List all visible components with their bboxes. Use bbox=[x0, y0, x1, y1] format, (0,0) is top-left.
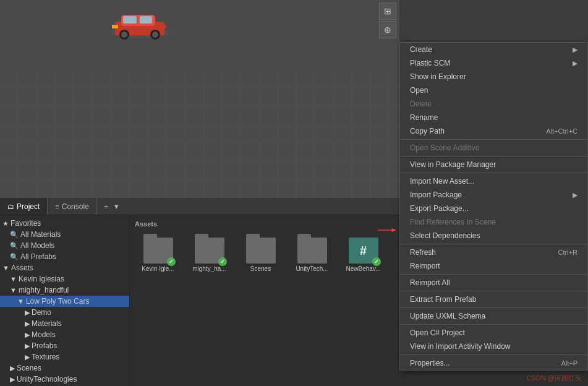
context-menu-item-label: Delete bbox=[410, 100, 432, 108]
tree-item-all-prefabs[interactable]: 🔍All Prefabs bbox=[0, 251, 129, 262]
file-item[interactable]: #✓NewBehav... bbox=[340, 235, 386, 275]
context-menu-item-refresh[interactable]: RefreshCtrl+R bbox=[400, 246, 587, 259]
svg-rect-9 bbox=[112, 25, 118, 28]
tree-item-unitytechnologies[interactable]: ▶UnityTechnologies bbox=[0, 374, 129, 385]
context-menu-separator bbox=[400, 274, 587, 275]
tree-item-assets[interactable]: ▼Assets bbox=[0, 262, 129, 273]
context-menu-separator bbox=[400, 139, 587, 140]
tree-item-models[interactable]: ▶Models bbox=[0, 329, 129, 340]
tree-item-all-materials[interactable]: 🔍All Materials bbox=[0, 229, 129, 240]
context-menu-separator bbox=[400, 354, 587, 355]
tree-item-kevin-iglesias[interactable]: ▼Kevin Iglesias bbox=[0, 273, 129, 285]
tree-item-scenes[interactable]: ▶Scenes bbox=[0, 362, 129, 374]
tree-item-label: Models bbox=[32, 330, 56, 339]
tree-item-label: Scenes bbox=[17, 364, 41, 372]
tree-item-icon: ▼ bbox=[10, 275, 17, 283]
file-item[interactable]: ✓Kevin Igle... bbox=[135, 235, 181, 275]
svg-rect-10 bbox=[161, 25, 166, 28]
tree-item-prefabs[interactable]: ▶Prefabs bbox=[0, 340, 129, 351]
keyboard-shortcut: Alt+P bbox=[561, 359, 577, 367]
tree-item-textures[interactable]: ▶Textures bbox=[0, 351, 129, 362]
svg-rect-4 bbox=[140, 16, 152, 24]
tab-project[interactable]: 🗂 Project bbox=[0, 198, 48, 215]
import-arrow-indicator bbox=[378, 224, 396, 236]
tree-item-label: UnityTechnologies bbox=[17, 375, 77, 384]
menu-button[interactable]: ▾ bbox=[113, 202, 121, 211]
tree-item-favorites[interactable]: ★Favorites bbox=[0, 218, 129, 229]
tree-item-label: All Prefabs bbox=[20, 252, 56, 261]
context-menu-item-label: Export Package... bbox=[410, 204, 469, 213]
file-name: NewBehav... bbox=[346, 265, 381, 272]
context-menu-item-show-in-explorer[interactable]: Show in Explorer bbox=[400, 70, 587, 84]
context-menu-item-view-in-package-manager[interactable]: View in Package Manager bbox=[400, 158, 587, 171]
tree-item-label: Assets bbox=[11, 264, 33, 272]
file-tree: ★Favorites🔍All Materials🔍All Models🔍All … bbox=[0, 215, 130, 386]
context-menu-item-create[interactable]: Create▶ bbox=[400, 43, 587, 56]
file-badge: ✓ bbox=[372, 257, 381, 266]
tree-item-icon: 🔍 bbox=[10, 242, 19, 250]
file-badge: ✓ bbox=[167, 257, 176, 266]
scene-viewport bbox=[0, 0, 399, 198]
scene-toolbar-target[interactable]: ⊕ bbox=[379, 21, 396, 38]
context-menu-item-view-in-import-activity-window[interactable]: View in Import Activity Window bbox=[400, 340, 587, 353]
context-menu-separator bbox=[400, 156, 587, 157]
context-menu-item-select-dependencies[interactable]: Select Dependencies bbox=[400, 229, 587, 242]
tree-item-low-poly-two-cars[interactable]: ▼Low Poly Two Cars bbox=[0, 296, 129, 307]
context-menu-item-update-uxml-schema[interactable]: Update UXML Schema bbox=[400, 309, 587, 323]
tree-item-materials[interactable]: ▶Materials bbox=[0, 318, 129, 329]
context-menu-item-export-package[interactable]: Export Package... bbox=[400, 202, 587, 215]
context-menu-item-extract-from-prefab[interactable]: Extract From Prefab bbox=[400, 293, 587, 306]
tab-console[interactable]: ≡ Console bbox=[48, 198, 96, 215]
context-menu-item-label: View in Import Activity Window bbox=[410, 342, 511, 351]
context-menu-item-label: Import Package bbox=[410, 191, 462, 199]
file-item[interactable]: Scenes bbox=[237, 235, 284, 275]
keyboard-shortcut: Ctrl+R bbox=[558, 249, 577, 256]
file-item[interactable]: ✓mighty_ha... bbox=[186, 235, 232, 275]
context-menu-separator bbox=[400, 173, 587, 173]
context-menu-item-open-c-project[interactable]: Open C# Project bbox=[400, 326, 587, 340]
project-icon: 🗂 bbox=[7, 203, 14, 210]
context-menu-item-copy-path[interactable]: Copy PathAlt+Ctrl+C bbox=[400, 124, 587, 138]
context-menu-item-label: Refresh bbox=[410, 248, 436, 257]
tree-item-mightyhandful[interactable]: ▼mighty_handful bbox=[0, 285, 129, 296]
context-menu-item-label: Plastic SCM bbox=[410, 59, 450, 67]
context-menu-item-properties[interactable]: Properties...Alt+P bbox=[400, 356, 587, 370]
context-menu-item-label: Create bbox=[410, 45, 432, 54]
context-menu-item-label: Extract From Prefab bbox=[410, 295, 476, 304]
tree-item-all-models[interactable]: 🔍All Models bbox=[0, 240, 129, 251]
context-menu-item-delete: Delete bbox=[400, 97, 587, 111]
tree-item-icon: 🔍 bbox=[10, 231, 19, 239]
context-menu-item-open[interactable]: Open bbox=[400, 84, 587, 97]
folder-icon: ✓ bbox=[143, 238, 173, 264]
context-menu-item-reimport-all[interactable]: Reimport All bbox=[400, 276, 587, 290]
file-name: mighty_ha... bbox=[192, 265, 226, 272]
context-menu-item-plastic-scm[interactable]: Plastic SCM▶ bbox=[400, 56, 587, 70]
tab-console-label: Console bbox=[62, 202, 89, 211]
folder-icon bbox=[246, 238, 276, 264]
context-menu-item-import-package[interactable]: Import Package▶ bbox=[400, 188, 587, 202]
file-item[interactable]: UnityTech... bbox=[289, 235, 335, 275]
context-menu-item-label: Open C# Project bbox=[410, 328, 465, 337]
context-menu-item-label: Rename bbox=[410, 113, 438, 122]
watermark: CSDN @河西红头 bbox=[527, 374, 582, 383]
folder-icon: ✓ bbox=[195, 238, 224, 264]
add-button[interactable]: + bbox=[102, 202, 111, 211]
tree-item-icon: ▼ bbox=[17, 298, 24, 305]
context-menu-item-label: Properties... bbox=[410, 359, 450, 367]
context-menu-item-import-new-asset[interactable]: Import New Asset... bbox=[400, 174, 587, 188]
submenu-arrow-icon: ▶ bbox=[573, 59, 577, 67]
context-menu-separator bbox=[400, 291, 587, 291]
submenu-arrow-icon: ▶ bbox=[573, 191, 577, 199]
context-menu-item-reimport[interactable]: Reimport bbox=[400, 259, 587, 273]
context-menu-item-label: Select Dependencies bbox=[410, 231, 480, 240]
tree-item-icon: ▶ bbox=[25, 331, 30, 339]
context-menu-item-find-references-in-scene: Find References In Scene bbox=[400, 215, 587, 229]
tree-item-label: Favorites bbox=[11, 219, 41, 228]
tree-item-demo[interactable]: ▶Demo bbox=[0, 307, 129, 318]
car-icon bbox=[109, 6, 171, 40]
context-menu-item-rename[interactable]: Rename bbox=[400, 111, 587, 124]
scene-toolbar-rect[interactable]: ⊞ bbox=[379, 2, 396, 20]
context-menu-item-label: View in Package Manager bbox=[410, 160, 496, 169]
tree-item-label: Textures bbox=[32, 353, 59, 361]
context-menu-separator bbox=[400, 324, 587, 325]
